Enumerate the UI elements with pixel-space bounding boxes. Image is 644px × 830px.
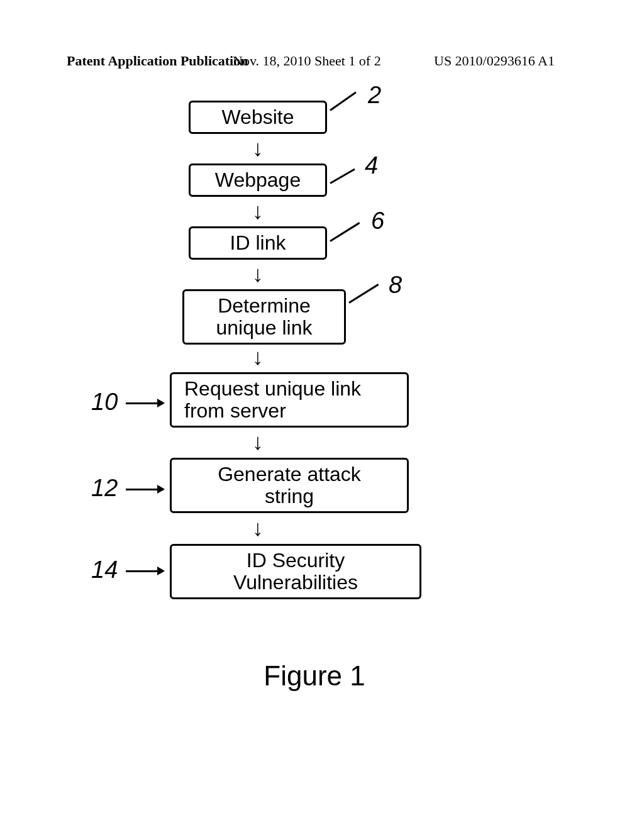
leader-line xyxy=(126,570,164,572)
box-request-link: Request unique link from server xyxy=(170,372,409,428)
leader-line xyxy=(330,92,357,111)
leader-line xyxy=(348,284,379,304)
refnum-12: 12 xyxy=(91,475,118,502)
box-text: Generate attack xyxy=(178,463,401,485)
box-webpage: Webpage xyxy=(189,163,327,197)
arrow-down-icon: ↓ xyxy=(252,517,264,540)
box-text: from server xyxy=(184,400,401,422)
arrow-down-icon: ↓ xyxy=(252,137,264,160)
box-text: string xyxy=(178,485,401,507)
box-text: ID link xyxy=(197,232,319,254)
leader-line xyxy=(126,402,164,404)
leader-line xyxy=(330,169,355,184)
box-text: Website xyxy=(197,106,319,128)
refnum-2: 2 xyxy=(368,82,381,109)
box-text: Determine xyxy=(191,295,338,317)
box-text: ID Security xyxy=(178,550,413,572)
box-generate-attack: Generate attack string xyxy=(170,458,409,513)
arrow-down-icon: ↓ xyxy=(252,346,264,368)
refnum-14: 14 xyxy=(91,556,118,584)
leader-line xyxy=(330,222,360,242)
arrow-down-icon: ↓ xyxy=(252,431,264,453)
figure-caption: Figure 1 xyxy=(220,660,409,692)
leader-line xyxy=(126,489,164,490)
arrow-down-icon: ↓ xyxy=(252,200,264,223)
refnum-6: 6 xyxy=(371,208,384,235)
refnum-4: 4 xyxy=(365,152,378,179)
box-text: unique link xyxy=(191,317,338,339)
header-center: Nov. 18, 2010 Sheet 1 of 2 xyxy=(233,53,381,69)
box-determine-unique-link: Determine unique link xyxy=(182,289,346,345)
box-id-link: ID link xyxy=(189,226,327,260)
header-right: US 2010/0293616 A1 xyxy=(434,53,555,69)
box-text: Webpage xyxy=(197,169,319,191)
box-text: Request unique link xyxy=(184,378,401,400)
header-left: Patent Application Publication xyxy=(67,53,248,69)
refnum-8: 8 xyxy=(389,272,402,299)
box-id-vulnerabilities: ID Security Vulnerabilities xyxy=(170,544,421,599)
arrow-down-icon: ↓ xyxy=(252,263,264,285)
box-text: Vulnerabilities xyxy=(178,572,413,594)
refnum-10: 10 xyxy=(91,389,118,416)
box-website: Website xyxy=(189,101,327,134)
